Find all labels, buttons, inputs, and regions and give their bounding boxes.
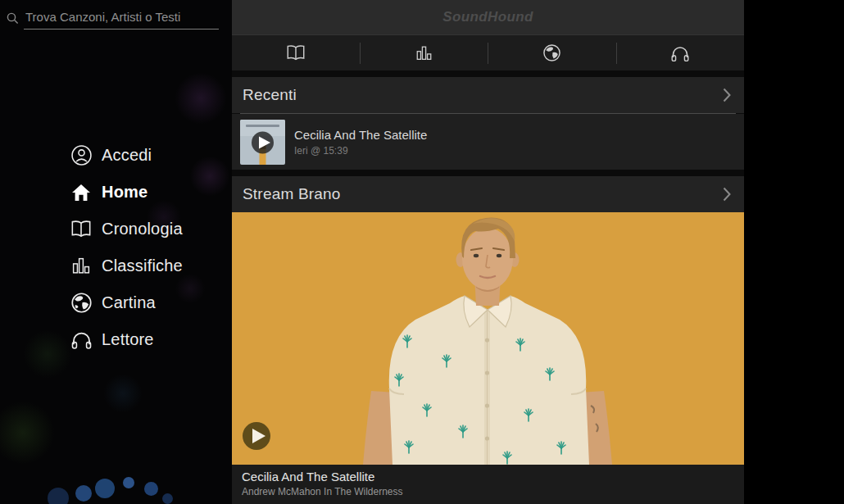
recent-track-row[interactable]: Cecilia And The Satellite Ieri @ 15:39: [232, 114, 744, 170]
tab-charts[interactable]: [361, 35, 488, 70]
sidebar-item-label: Lettore: [102, 330, 154, 349]
chevron-right-icon: [723, 88, 731, 102]
play-button: [243, 422, 270, 450]
sidebar-item-label: Cronologia: [102, 220, 183, 238]
tab-map[interactable]: [488, 35, 616, 70]
sidebar-item-classifiche[interactable]: Classifiche: [0, 247, 232, 284]
recent-track-title: Cecilia And The Satellite: [294, 128, 427, 142]
sidebar-item-label: Cartina: [102, 293, 156, 312]
search-icon: [7, 12, 19, 25]
globe-icon: [69, 292, 93, 314]
search-input[interactable]: [24, 7, 219, 30]
bar-chart-icon: [69, 256, 93, 276]
section-header-stream-brano[interactable]: Stream Brano: [232, 176, 744, 212]
sidebar-nav: Accedi Home Cronologia: [0, 137, 232, 358]
open-book-icon: [285, 44, 306, 61]
search-bar: [7, 7, 225, 30]
bokeh-bubble: [48, 488, 69, 504]
play-icon: [252, 131, 274, 153]
recent-track-meta: Cecilia And The Satellite Ieri @ 15:39: [294, 128, 427, 157]
spacer: [232, 70, 744, 77]
bokeh-bubble: [144, 482, 158, 496]
bokeh-bubble: [162, 493, 173, 504]
main-panel: SoundHound: [232, 0, 744, 504]
sidebar-item-cronologia[interactable]: Cronologia: [0, 211, 232, 247]
app-title: SoundHound: [442, 9, 533, 25]
album-art-cecilia: [240, 120, 285, 165]
tab-player[interactable]: [617, 35, 745, 70]
soundhound-app: Accedi Home Cronologia: [0, 0, 844, 504]
open-book-icon: [69, 220, 93, 238]
tab-bar: [232, 34, 744, 70]
section-header-recenti[interactable]: Recenti: [232, 77, 744, 113]
stream-video-thumbnail[interactable]: [232, 212, 744, 465]
sidebar-item-cartina[interactable]: Cartina: [0, 284, 232, 321]
section-title: Stream Brano: [243, 185, 723, 203]
bokeh-bubble: [95, 479, 115, 498]
chevron-right-icon: [723, 187, 731, 202]
sidebar: Accedi Home Cronologia: [0, 0, 232, 504]
spacer: [232, 170, 744, 176]
stream-track-artist: Andrew McMahon In The Wilderness: [242, 486, 734, 497]
user-icon: [69, 144, 93, 166]
soundhound-logo: [0, 459, 232, 504]
sidebar-item-label: Accedi: [102, 146, 152, 165]
bar-chart-icon: [415, 44, 433, 62]
sidebar-item-lettore[interactable]: Lettore: [0, 321, 232, 358]
app-header: SoundHound: [232, 0, 744, 34]
stream-track-info: Cecilia And The Satellite Andrew McMahon…: [232, 465, 744, 504]
tab-history[interactable]: [232, 35, 360, 70]
recent-track-subtitle: Ieri @ 15:39: [294, 145, 427, 157]
headphones-icon: [670, 44, 690, 62]
bokeh-bubble: [75, 485, 92, 502]
globe-icon: [542, 43, 561, 62]
section-title: Recenti: [243, 86, 723, 104]
sidebar-item-label: Classifiche: [102, 257, 183, 275]
sidebar-item-label: Home: [102, 183, 147, 202]
sidebar-item-home[interactable]: Home: [0, 174, 232, 211]
bokeh-bubble: [123, 477, 134, 488]
sidebar-item-accedi[interactable]: Accedi: [0, 137, 232, 174]
home-icon: [69, 183, 93, 202]
stream-track-title: Cecilia And The Satellite: [242, 470, 734, 484]
headphones-icon: [69, 329, 93, 350]
